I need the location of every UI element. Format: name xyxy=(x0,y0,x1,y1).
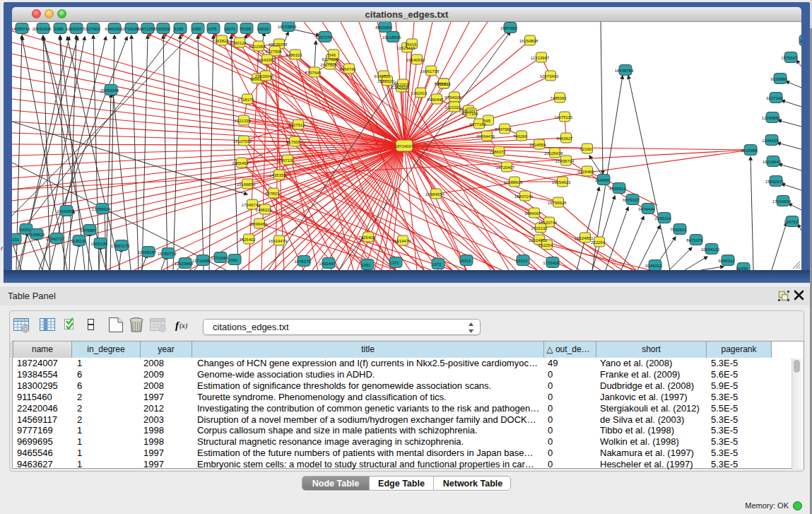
svg-text:8186323: 8186323 xyxy=(286,53,302,57)
svg-text:8912954: 8912954 xyxy=(249,45,266,49)
svg-text:1527602: 1527602 xyxy=(83,27,100,31)
svg-text:9245012: 9245012 xyxy=(645,264,662,268)
svg-text:1588520: 1588520 xyxy=(377,79,394,83)
svg-text:9146821: 9146821 xyxy=(374,74,391,78)
svg-text:9474444: 9474444 xyxy=(638,207,655,211)
svg-text:9329966: 9329966 xyxy=(770,77,787,81)
svg-text:7515526: 7515526 xyxy=(153,27,170,31)
svg-text:252254: 252254 xyxy=(539,243,553,247)
svg-text:12093852: 12093852 xyxy=(762,116,781,120)
svg-text:7625402: 7625402 xyxy=(358,235,375,240)
svg-text:3267130: 3267130 xyxy=(278,158,295,163)
svg-text:16154808: 16154808 xyxy=(519,39,539,43)
svg-text:16210643: 16210643 xyxy=(763,160,782,164)
svg-text:16107552: 16107552 xyxy=(233,139,252,144)
svg-text:10653267: 10653267 xyxy=(66,27,85,31)
svg-text:9777169: 9777169 xyxy=(461,112,478,116)
svg-text:7632621: 7632621 xyxy=(670,228,687,232)
svg-text:114519: 114519 xyxy=(71,239,85,243)
svg-text:9463627: 9463627 xyxy=(556,136,573,141)
svg-text:9115460: 9115460 xyxy=(578,170,595,174)
svg-text:8454749: 8454749 xyxy=(339,67,356,71)
svg-text:2967608: 2967608 xyxy=(320,63,337,67)
svg-text:7163822: 7163822 xyxy=(212,39,229,43)
svg-text:1435359: 1435359 xyxy=(269,173,286,177)
svg-text:10973493: 10973493 xyxy=(540,74,559,78)
svg-text:16033: 16033 xyxy=(257,27,269,31)
svg-text:1065: 1065 xyxy=(54,27,64,31)
svg-text:75155: 75155 xyxy=(240,27,252,31)
svg-text:19654923: 19654923 xyxy=(552,180,571,185)
svg-text:252254: 252254 xyxy=(591,240,606,245)
svg-text:17942717: 17942717 xyxy=(46,237,65,241)
svg-text:15495794: 15495794 xyxy=(555,159,575,163)
svg-text:1505135: 1505135 xyxy=(90,242,107,246)
svg-text:9794028: 9794028 xyxy=(445,95,461,100)
svg-text:1615132: 1615132 xyxy=(531,226,548,230)
svg-text:1733426: 1733426 xyxy=(543,261,560,265)
svg-text:16914479: 16914479 xyxy=(392,239,411,243)
svg-text:18807249: 18807249 xyxy=(514,194,534,199)
svg-text:19384554: 19384554 xyxy=(425,192,445,197)
svg-text:9245012: 9245012 xyxy=(718,259,735,263)
svg-text:62160: 62160 xyxy=(580,147,592,151)
svg-text:16313: 16313 xyxy=(516,259,528,263)
svg-text:13716485: 13716485 xyxy=(192,259,211,263)
svg-text:1065: 1065 xyxy=(192,27,201,31)
svg-text:7986372: 7986372 xyxy=(489,150,506,154)
svg-text:1221339: 1221339 xyxy=(234,119,251,123)
svg-text:8813054: 8813054 xyxy=(375,25,392,30)
svg-text:1078275: 1078275 xyxy=(294,259,311,264)
svg-text:12975115: 12975115 xyxy=(554,115,573,119)
svg-text:19756928: 19756928 xyxy=(548,201,567,205)
svg-text:8938913: 8938913 xyxy=(609,187,626,191)
svg-text:1371648: 1371648 xyxy=(211,256,228,260)
svg-text:746266: 746266 xyxy=(513,134,528,139)
svg-text:6466160: 6466160 xyxy=(105,27,122,31)
svg-text:8471676: 8471676 xyxy=(686,238,703,243)
svg-text:587833: 587833 xyxy=(265,192,280,196)
svg-text:16914479: 16914479 xyxy=(269,239,288,243)
svg-text:15692971: 15692971 xyxy=(765,180,784,184)
svg-text:1371: 1371 xyxy=(389,261,399,265)
svg-text:9327508: 9327508 xyxy=(265,49,282,54)
svg-text:19218506: 19218506 xyxy=(382,35,401,40)
svg-text:17957273: 17957273 xyxy=(111,244,130,248)
svg-text:12923468: 12923468 xyxy=(175,262,194,266)
svg-text:5498222: 5498222 xyxy=(255,208,272,212)
svg-text:5975887: 5975887 xyxy=(80,228,97,233)
svg-text:8757645: 8757645 xyxy=(305,71,322,75)
svg-text:17046748: 17046748 xyxy=(242,203,261,207)
svg-text:16313: 16313 xyxy=(459,259,471,263)
svg-text:14055714: 14055714 xyxy=(12,27,30,31)
svg-text:1121: 1121 xyxy=(800,39,801,43)
svg-text:16961758: 16961758 xyxy=(420,69,440,74)
svg-text:1691447: 1691447 xyxy=(319,262,336,266)
svg-text:39151: 39151 xyxy=(12,238,20,242)
svg-text:10688609: 10688609 xyxy=(504,180,523,185)
svg-text:18724007: 18724007 xyxy=(395,144,414,148)
svg-text:1075: 1075 xyxy=(207,27,217,31)
svg-text:7625402: 7625402 xyxy=(239,238,256,242)
svg-text:3215958: 3215958 xyxy=(741,148,758,153)
svg-text:1362615: 1362615 xyxy=(411,91,428,95)
svg-text:16543382: 16543382 xyxy=(257,58,276,62)
svg-text:1575107: 1575107 xyxy=(781,56,798,60)
svg-text:23420046: 23420046 xyxy=(255,74,274,78)
svg-text:1244415: 1244415 xyxy=(762,139,779,143)
svg-text:19524851: 19524851 xyxy=(529,238,548,243)
svg-text:2687682: 2687682 xyxy=(500,26,517,30)
svg-text:7357274: 7357274 xyxy=(315,35,332,40)
svg-text:16099484: 16099484 xyxy=(249,222,268,226)
svg-text:6497568: 6497568 xyxy=(495,127,512,132)
svg-text:9327508: 9327508 xyxy=(322,57,339,62)
svg-text:15051: 15051 xyxy=(19,228,31,232)
svg-text:17359924: 17359924 xyxy=(92,207,111,211)
svg-text:12213967: 12213967 xyxy=(531,56,550,60)
svg-text:16640910: 16640910 xyxy=(406,58,425,62)
svg-text:16120746: 16120746 xyxy=(539,221,558,225)
svg-text:20691406: 20691406 xyxy=(33,27,52,31)
svg-text:164095: 164095 xyxy=(595,178,610,182)
svg-text:817006: 817006 xyxy=(286,140,301,144)
svg-text:13226058: 13226058 xyxy=(269,42,288,47)
